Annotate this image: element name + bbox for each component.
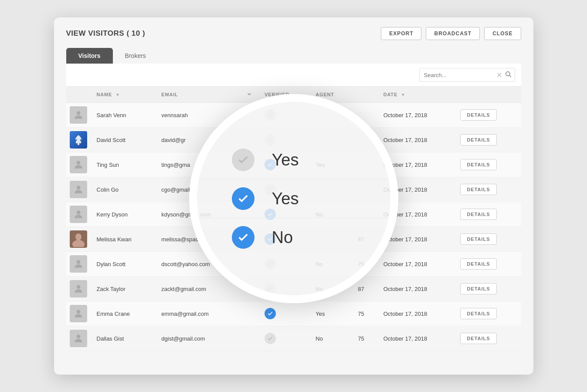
cell-email: melissa@spac.io xyxy=(155,227,240,252)
table-row: Ting Sun tings@gma Yes October 17, 2018 … xyxy=(66,152,521,177)
visitors-table: NAME ▼ EMAIL VERIFIED AGENT DATE ▼ xyxy=(66,87,521,351)
cell-score xyxy=(352,152,377,177)
cell-actions: DETAILS xyxy=(454,152,521,177)
cell-chevron xyxy=(240,103,258,128)
table-body: Sarah Venn vennsarah October 17, 2018 DE… xyxy=(66,103,521,351)
details-button[interactable]: DETAILS xyxy=(460,258,496,270)
cell-score: 75 xyxy=(352,301,377,326)
details-button[interactable]: DETAILS xyxy=(460,109,496,121)
avatar-placeholder xyxy=(70,305,87,322)
avatar-placeholder xyxy=(70,156,87,173)
avatar-placeholder xyxy=(70,106,87,124)
cell-email: dgist@gmail.com xyxy=(155,326,240,351)
cell-agent: No xyxy=(309,326,352,351)
tab-visitors[interactable]: Visitors xyxy=(66,48,113,64)
details-button[interactable]: DETAILS xyxy=(460,134,496,145)
verified-check xyxy=(265,333,276,344)
cell-date: October 17, 2018 xyxy=(377,103,455,128)
col-date[interactable]: DATE ▼ xyxy=(377,87,455,103)
avatar-placeholder xyxy=(70,330,87,347)
cell-avatar xyxy=(66,128,91,152)
verified-check xyxy=(265,184,276,195)
col-actions xyxy=(454,87,521,103)
svg-point-12 xyxy=(76,335,80,338)
verified-check xyxy=(265,283,276,294)
cell-date: October 17, 2018 xyxy=(377,301,455,326)
table-row: David Scott david@gr October 17, 2018 DE… xyxy=(66,128,521,152)
cell-name: Sarah Venn xyxy=(91,103,156,128)
svg-point-10 xyxy=(76,285,80,289)
header-buttons: EXPORT BROADCAST CLOSE xyxy=(381,27,521,40)
verified-check xyxy=(265,258,276,270)
table-row: Sarah Venn vennsarah October 17, 2018 DE… xyxy=(66,103,521,128)
modal-header: VIEW VISITORS ( 10 ) EXPORT BROADCAST CL… xyxy=(54,17,533,48)
svg-point-5 xyxy=(76,186,80,189)
details-button[interactable]: DETAILS xyxy=(460,184,496,195)
cell-agent xyxy=(309,177,352,202)
search-clear-icon[interactable]: ✕ xyxy=(496,71,502,79)
cell-actions: DETAILS xyxy=(454,326,521,351)
cell-chevron xyxy=(240,177,258,202)
cell-score xyxy=(352,177,377,202)
cell-verified xyxy=(258,128,309,152)
svg-point-0 xyxy=(506,72,509,76)
cell-date: October 17, 2018 xyxy=(377,177,455,202)
svg-line-1 xyxy=(509,75,511,77)
cell-chevron xyxy=(240,326,258,351)
details-button[interactable]: DETAILS xyxy=(460,209,496,220)
cell-name: Ting Sun xyxy=(91,152,156,177)
cell-verified xyxy=(258,227,309,252)
cell-date: October 17, 2018 xyxy=(377,202,455,227)
cell-avatar xyxy=(66,326,91,351)
details-button[interactable]: DETAILS xyxy=(460,159,496,170)
cell-avatar xyxy=(66,103,91,128)
cell-agent: No xyxy=(309,202,352,227)
cell-score xyxy=(352,202,377,227)
cell-actions: DETAILS xyxy=(454,301,521,326)
cell-agent: No xyxy=(309,277,352,301)
cell-avatar xyxy=(66,301,91,326)
broadcast-button[interactable]: BROADCAST xyxy=(426,27,480,40)
cell-name: Emma Crane xyxy=(91,301,156,326)
cell-agent: Yes xyxy=(309,152,352,177)
modal-title: VIEW VISITORS ( 10 ) xyxy=(66,29,146,38)
cell-name: Dallas Gist xyxy=(91,326,156,351)
cell-name: Colin Go xyxy=(91,177,156,202)
svg-rect-3 xyxy=(78,143,79,145)
cell-actions: DETAILS xyxy=(454,103,521,128)
svg-point-7 xyxy=(75,233,81,240)
cell-verified xyxy=(258,202,309,227)
details-button[interactable]: DETAILS xyxy=(460,233,496,245)
svg-point-8 xyxy=(72,240,85,247)
table-row: Dylan Scott dscott@yahoo.com No 75 Octob… xyxy=(66,252,521,277)
close-button[interactable]: CLOSE xyxy=(484,27,521,40)
export-button[interactable]: EXPORT xyxy=(381,27,421,40)
cell-chevron xyxy=(240,277,258,301)
cell-email: kdyson@gmail.com xyxy=(155,202,240,227)
details-button[interactable]: DETAILS xyxy=(460,308,496,319)
cell-agent: No xyxy=(309,252,352,277)
tab-brokers[interactable]: Brokers xyxy=(113,48,158,64)
cell-score: 75 xyxy=(352,252,377,277)
cell-agent xyxy=(309,103,352,128)
search-input[interactable] xyxy=(424,72,494,78)
cell-avatar xyxy=(66,252,91,277)
cell-verified xyxy=(258,326,309,351)
cell-chevron xyxy=(240,152,258,177)
details-button[interactable]: DETAILS xyxy=(460,333,496,344)
avatar-placeholder xyxy=(70,255,87,273)
details-button[interactable]: DETAILS xyxy=(460,283,496,294)
cell-email: vennsarah xyxy=(155,103,240,128)
col-agent: AGENT xyxy=(309,87,352,103)
col-name[interactable]: NAME ▼ xyxy=(91,87,156,103)
search-submit-icon[interactable] xyxy=(505,71,512,79)
cell-verified xyxy=(258,103,309,128)
table-wrapper: ✕ NAME ▼ EMAIL xyxy=(66,64,521,351)
svg-point-6 xyxy=(76,210,80,214)
cell-date: October 17, 2018 xyxy=(377,152,455,177)
verified-check xyxy=(265,134,276,145)
cell-email: david@gr xyxy=(155,128,240,152)
verified-check xyxy=(265,159,276,170)
cell-score: 87 xyxy=(352,277,377,301)
cell-email: emma@gmail.com xyxy=(155,301,240,326)
